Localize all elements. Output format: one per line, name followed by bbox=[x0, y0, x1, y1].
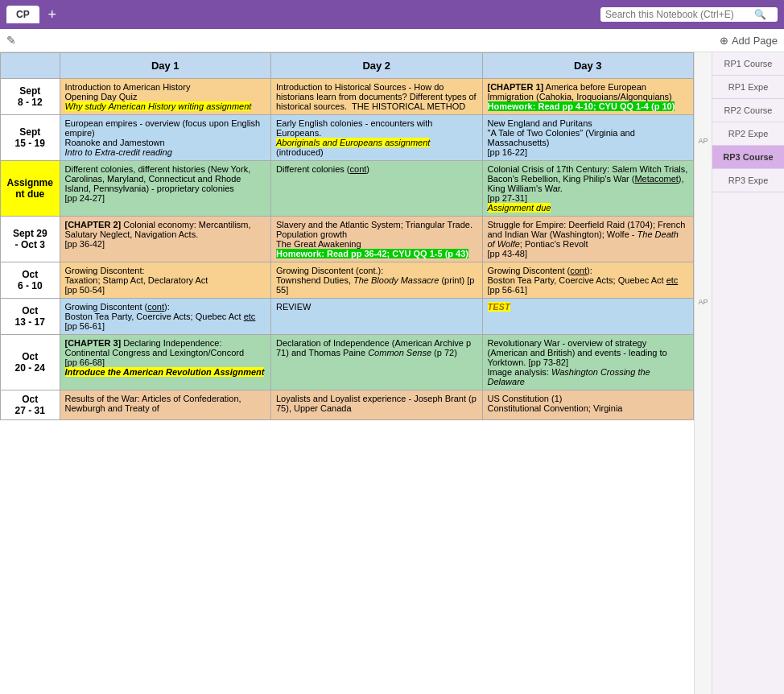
add-page-label: Add Page bbox=[732, 35, 778, 47]
week-label: Sept15 - 19 bbox=[1, 115, 60, 161]
header-day2: Day 2 bbox=[271, 53, 483, 79]
homework-text: Homework: Read pp 36-42; CYU QQ 1-5 (p 4… bbox=[276, 249, 468, 258]
highlighted-text: Aboriginals and Europeans assignment bbox=[276, 138, 430, 147]
table-header-row: Day 1 Day 2 Day 3 bbox=[1, 53, 694, 79]
day3-cell: Colonial Crisis of 17th Century: Salem W… bbox=[482, 161, 694, 217]
underline-text: Metacomet bbox=[634, 174, 678, 184]
chapter-label: [CHAPTER 1] bbox=[488, 82, 544, 92]
top-bar: CP + 🔍 bbox=[0, 0, 784, 29]
day2-cell: REVIEW bbox=[271, 299, 483, 335]
sidebar-item-rp3expe[interactable]: RP3 Expe bbox=[712, 169, 784, 192]
week-label: Assignment due bbox=[1, 161, 60, 217]
day1-cell: Introduction to American HistoryOpening … bbox=[60, 79, 271, 115]
header-day3: Day 3 bbox=[482, 53, 694, 79]
search-icon: 🔍 bbox=[754, 9, 766, 20]
assignment-due: Assignment due bbox=[488, 203, 551, 213]
underline-text: cont bbox=[570, 266, 587, 275]
sidebar-item-rp2course[interactable]: RP2 Course bbox=[712, 99, 784, 122]
day2-cell: Different colonies (cont) bbox=[271, 161, 483, 217]
table-row: Oct6 - 10 Growing Discontent: Taxation; … bbox=[1, 262, 694, 299]
sidebar-item-rp3course[interactable]: RP3 Course bbox=[712, 146, 784, 169]
week-label: Oct20 - 24 bbox=[1, 335, 60, 390]
day3-cell: US Constitution (1) Constitutional Conve… bbox=[482, 390, 694, 420]
chapter-label: [CHAPTER 2] bbox=[65, 220, 122, 229]
edit-icon[interactable]: ✎ bbox=[6, 34, 16, 47]
header-week bbox=[1, 53, 60, 79]
sidebar-item-rp1expe[interactable]: RP1 Expe bbox=[712, 76, 784, 99]
highlighted-text: Why study American History writing assig… bbox=[65, 101, 252, 111]
underline-text: etc bbox=[666, 275, 679, 285]
italic-text: The Bloody Massacre bbox=[353, 275, 439, 285]
search-box: 🔍 bbox=[600, 7, 778, 22]
week-label: Oct13 - 17 bbox=[1, 299, 60, 335]
ap-markers: AP AP bbox=[694, 52, 712, 694]
main-area: Day 1 Day 2 Day 3 Sept8 - 12 Introductio… bbox=[0, 52, 784, 694]
day2-cell: Slavery and the Atlantic System; Triangu… bbox=[271, 217, 483, 262]
italic-text: Common Sense bbox=[368, 348, 431, 357]
active-tab[interactable]: CP bbox=[6, 6, 39, 23]
day3-cell: TEST bbox=[482, 299, 694, 335]
add-page-button[interactable]: ⊕ Add Page bbox=[720, 35, 778, 47]
day2-cell: Growing Discontent (cont.): Townshend Du… bbox=[271, 262, 483, 299]
day3-cell: [CHAPTER 1] America before European Immi… bbox=[482, 79, 694, 115]
chapter-label: [CHAPTER 3] bbox=[65, 338, 122, 348]
schedule-table: Day 1 Day 2 Day 3 Sept8 - 12 Introductio… bbox=[0, 52, 694, 420]
day2-cell: Declaration of Independence (American Ar… bbox=[271, 335, 483, 390]
week-label: Sept 29- Oct 3 bbox=[1, 217, 60, 262]
underline-text: cont bbox=[147, 302, 164, 312]
day2-cell: Introduction to Historical Sources - How… bbox=[271, 79, 483, 115]
sidebar-item-rp1course[interactable]: RP1 Course bbox=[712, 52, 784, 76]
day1-cell: [CHAPTER 2] Colonial economy: Mercantili… bbox=[60, 217, 271, 262]
sidebar-item-rp2expe[interactable]: RP2 Expe bbox=[712, 122, 784, 146]
underline-text: etc bbox=[244, 312, 256, 321]
test-label: TEST bbox=[488, 302, 510, 312]
day1-cell: Growing Discontent (cont): Boston Tea Pa… bbox=[60, 299, 271, 335]
week-label: Oct27 - 31 bbox=[1, 390, 60, 420]
ap-marker-1: AP bbox=[698, 137, 708, 145]
table-row: Oct20 - 24 [CHAPTER 3] Declaring Indepen… bbox=[1, 335, 694, 390]
day2-cell: Early English colonies - encounters with… bbox=[271, 115, 483, 161]
week-label: Oct6 - 10 bbox=[1, 262, 60, 299]
italic-text: The Death of Wolfe bbox=[488, 229, 679, 249]
day3-cell: Struggle for Empire: Deerfield Raid (170… bbox=[482, 217, 694, 262]
day3-cell: Growing Discontent (cont): Boston Tea Pa… bbox=[482, 262, 694, 299]
table-row: Sept15 - 19 European empires - overview … bbox=[1, 115, 694, 161]
table-row: Sept8 - 12 Introduction to American Hist… bbox=[1, 79, 694, 115]
day1-cell: European empires - overview (focus upon … bbox=[60, 115, 271, 161]
day3-cell: Revolutionary War - overview of strategy… bbox=[482, 335, 694, 390]
italic-text: Washington Crossing the Delaware bbox=[488, 367, 650, 386]
sidebar: RP1 Course RP1 Expe RP2 Course RP2 Expe … bbox=[712, 52, 784, 694]
header-day1: Day 1 bbox=[60, 53, 271, 79]
table-row: Sept 29- Oct 3 [CHAPTER 2] Colonial econ… bbox=[1, 217, 694, 262]
new-tab-button[interactable]: + bbox=[43, 5, 62, 24]
table-row: Oct27 - 31 Results of the War: Articles … bbox=[1, 390, 694, 420]
add-page-icon: ⊕ bbox=[720, 35, 728, 47]
day3-cell: New England and Puritans "A Tale of Two … bbox=[482, 115, 694, 161]
day2-cell: Loyalists and Loyalist experience - Jose… bbox=[271, 390, 483, 420]
day1-cell: [CHAPTER 3] Declaring Independence: Cont… bbox=[60, 335, 271, 390]
day1-cell: Growing Discontent: Taxation; Stamp Act,… bbox=[60, 262, 271, 299]
app-container: CP + 🔍 ✎ ⊕ Add Page Day 1 Day 2 bbox=[0, 0, 784, 694]
assignment-highlight: Introduce the American Revolution Assign… bbox=[65, 367, 265, 377]
week-highlight: Assignment due bbox=[7, 177, 53, 200]
table-row: Oct13 - 17 Growing Discontent (cont): Bo… bbox=[1, 299, 694, 335]
day1-cell: Results of the War: Articles of Confeder… bbox=[60, 390, 271, 420]
action-bar: ✎ ⊕ Add Page bbox=[0, 29, 784, 52]
ap-marker-2: AP bbox=[698, 298, 708, 306]
week-label: Sept8 - 12 bbox=[1, 79, 60, 115]
outer-wrap: Day 1 Day 2 Day 3 Sept8 - 12 Introductio… bbox=[0, 52, 784, 694]
search-input[interactable] bbox=[605, 9, 754, 20]
day1-cell: Different colonies, different histories … bbox=[60, 161, 271, 217]
italic-text: Intro to Extra-credit reading bbox=[65, 147, 172, 157]
table-row: Assignment due Different colonies, diffe… bbox=[1, 161, 694, 217]
homework-text: Homework: Read pp 4-10; CYU QQ 1-4 (p 10… bbox=[488, 101, 675, 111]
table-wrap[interactable]: Day 1 Day 2 Day 3 Sept8 - 12 Introductio… bbox=[0, 52, 694, 694]
cont-link: cont bbox=[350, 164, 367, 174]
